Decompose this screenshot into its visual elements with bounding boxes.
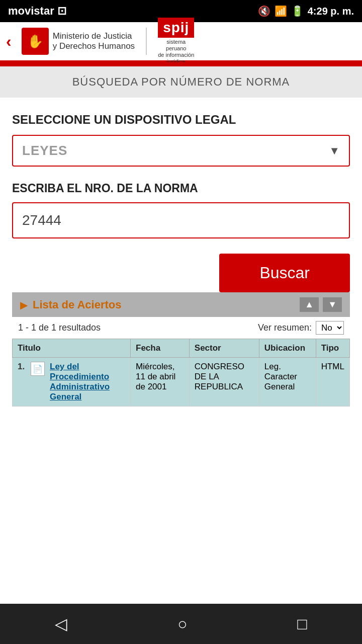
row-number: 1.: [18, 362, 28, 372]
result-sector-cell: CONGRESO DE LA REPUBLICA: [189, 358, 259, 407]
chevron-down-icon: ▼: [329, 144, 340, 157]
title-cell: 1. 📄 Ley del Procedimiento Administrativ…: [18, 362, 125, 402]
svg-text:✋: ✋: [27, 33, 44, 49]
main-content: SELECCIONE UN DISPOSITIVO LEGAL LEYES ▼ …: [0, 98, 362, 604]
result-title-link[interactable]: Ley del Procedimiento Administrativo Gen…: [50, 362, 125, 402]
red-accent-bar: [0, 62, 362, 66]
status-left: movistar ⊡: [8, 5, 66, 18]
legal-device-value: LEYES: [22, 143, 67, 158]
col-titulo: Titulo: [13, 339, 131, 358]
nav-home-button[interactable]: ○: [177, 615, 187, 633]
page-title: BÚSQUEDA POR NÚMERO DE NORMA: [72, 75, 290, 88]
carrier-icon: ⊡: [57, 5, 66, 18]
col-tipo: Tipo: [316, 339, 349, 358]
nav-back-button[interactable]: ◁: [55, 614, 67, 633]
results-table-body: 1. 📄 Ley del Procedimiento Administrativ…: [13, 358, 350, 407]
result-sector: CONGRESO DE LA REPUBLICA: [195, 362, 244, 391]
results-expand-icon[interactable]: ▶: [20, 299, 28, 311]
ministry-icon: ✋: [22, 28, 49, 55]
result-fecha-cell: Miércoles, 11 de abril de 2001: [131, 358, 190, 407]
results-header-left: ▶ Lista de Aciertos: [20, 298, 121, 311]
result-ubicacion-cell: Leg. Caracter General: [259, 358, 316, 407]
results-meta: 1 - 1 de 1 resultados Ver resumen: No Sí: [12, 317, 350, 339]
spij-label: spij: [158, 18, 194, 38]
col-sector: Sector: [189, 339, 259, 358]
logo-divider: [146, 28, 147, 55]
battery-icon: 🔋: [291, 5, 304, 17]
back-button[interactable]: ‹: [6, 32, 16, 51]
ver-resumen-select[interactable]: No Sí: [316, 321, 344, 335]
ministry-name: Ministerio de Justicia y Derechos Humano…: [53, 31, 135, 52]
norm-number-input[interactable]: [12, 202, 350, 238]
network-icon: 📶: [275, 5, 287, 17]
device-section-label: SELECCIONE UN DISPOSITIVO LEGAL: [12, 113, 350, 127]
status-right: 🔇 📶 🔋 4:29 p. m.: [258, 5, 354, 17]
document-icon: 📄: [31, 362, 45, 376]
ver-resumen-label: Ver resumen:: [258, 323, 312, 333]
mute-icon: 🔇: [258, 5, 270, 17]
spij-logo: spij sistema peruano de información jurí…: [158, 18, 194, 65]
results-nav: ▲ ▼: [300, 297, 342, 312]
col-ubicacion: Ubicacion: [259, 339, 316, 358]
results-down-button[interactable]: ▼: [323, 297, 342, 312]
table-row: 1. 📄 Ley del Procedimiento Administrativ…: [13, 358, 350, 407]
header: ‹ ✋ Ministerio de Justicia y Derechos Hu…: [0, 22, 362, 62]
carrier-label: movistar: [8, 5, 54, 18]
bottom-nav: ◁ ○ □: [0, 604, 362, 644]
ministry-logo: ✋ Ministerio de Justicia y Derechos Huma…: [22, 28, 135, 55]
results-count: 1 - 1 de 1 resultados: [18, 323, 101, 333]
results-section: ▶ Lista de Aciertos ▲ ▼ 1 - 1 de 1 resul…: [12, 292, 350, 407]
result-number-cell: 1. 📄 Ley del Procedimiento Administrativ…: [13, 358, 131, 407]
results-header: ▶ Lista de Aciertos ▲ ▼: [12, 292, 350, 317]
result-ubicacion: Leg. Caracter General: [264, 362, 297, 391]
results-title: Lista de Aciertos: [33, 298, 121, 311]
time-label: 4:29 p. m.: [308, 6, 354, 17]
results-table: Titulo Fecha Sector Ubicacion Tipo 1. 📄 …: [12, 339, 350, 407]
result-tipo: HTML: [321, 362, 344, 371]
results-table-header: Titulo Fecha Sector Ubicacion Tipo: [13, 339, 350, 358]
spij-subtitle: sistema peruano de información jurídica: [158, 39, 194, 65]
ver-resumen: Ver resumen: No Sí: [258, 321, 344, 335]
norm-input-label: ESCRIBA EL NRO. DE LA NORMA: [12, 182, 350, 195]
nav-recent-button[interactable]: □: [297, 615, 307, 633]
legal-device-select[interactable]: LEYES ▼: [12, 135, 350, 167]
search-button[interactable]: Buscar: [219, 254, 350, 292]
col-fecha: Fecha: [131, 339, 190, 358]
result-fecha: Miércoles, 11 de abril de 2001: [136, 362, 175, 391]
results-up-button[interactable]: ▲: [300, 297, 319, 312]
page-title-bar: BÚSQUEDA POR NÚMERO DE NORMA: [0, 66, 362, 98]
result-tipo-cell: HTML: [316, 358, 349, 407]
